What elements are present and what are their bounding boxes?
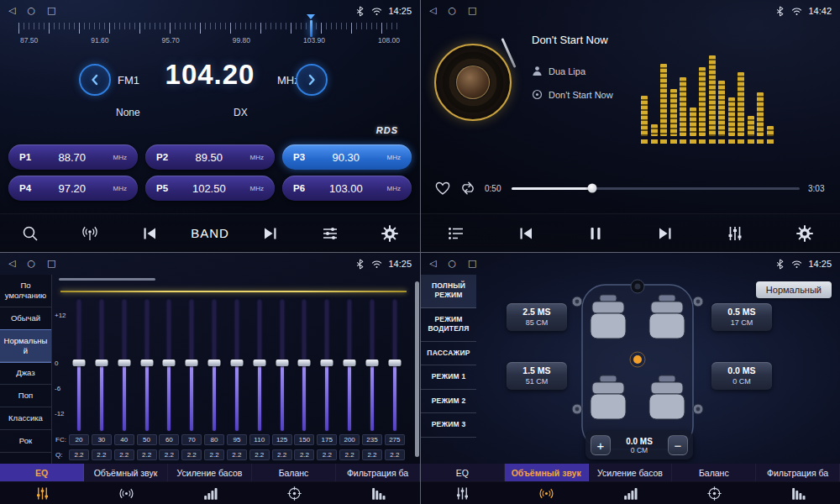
- eq-slider-knob[interactable]: [73, 360, 86, 366]
- balance-icon[interactable]: [252, 482, 336, 504]
- eq-preset-item[interactable]: Рок: [0, 430, 51, 453]
- eq-slider-knob[interactable]: [186, 360, 198, 366]
- eq-slider-knob[interactable]: [388, 360, 401, 366]
- listening-mode-item[interactable]: РЕЖИМ 3: [421, 413, 476, 437]
- playlist-button[interactable]: [438, 218, 475, 249]
- filter-icon[interactable]: [756, 482, 840, 504]
- radio-preset-p2[interactable]: P289.50MHz: [145, 144, 275, 170]
- eq-band-slider[interactable]: [385, 300, 405, 431]
- nav-recents-icon[interactable]: □: [468, 253, 476, 275]
- delay-rear-left[interactable]: 1.5 MS 51 CM: [507, 362, 567, 390]
- eq-preset-item[interactable]: По умолчанию: [0, 275, 51, 307]
- eq-icon[interactable]: [0, 482, 84, 504]
- pause-button[interactable]: [577, 218, 614, 249]
- eq-slider-knob[interactable]: [276, 360, 288, 366]
- listening-mode-item[interactable]: РЕЖИМ 1: [421, 365, 476, 389]
- eq-band-slider[interactable]: [137, 300, 157, 431]
- eq-icon[interactable]: [421, 482, 505, 504]
- nav-recents-icon[interactable]: □: [47, 253, 55, 275]
- eq-band-slider[interactable]: [339, 300, 360, 431]
- previous-station-button[interactable]: [131, 218, 168, 249]
- surround-icon[interactable]: [505, 482, 589, 504]
- radio-preset-p3[interactable]: P390.30MHz: [282, 144, 412, 170]
- nav-home-icon[interactable]: ○: [27, 253, 35, 275]
- eq-slider-knob[interactable]: [321, 360, 333, 366]
- eq-band-slider[interactable]: [249, 300, 270, 431]
- nav-home-icon[interactable]: ○: [448, 253, 456, 275]
- nav-home-icon[interactable]: ○: [448, 0, 456, 22]
- tab-eq[interactable]: EQ: [421, 464, 505, 481]
- band-button[interactable]: BAND: [191, 218, 229, 249]
- tune-down-button[interactable]: [79, 64, 111, 96]
- eq-preset-item[interactable]: Поп: [0, 385, 51, 407]
- tab-surround[interactable]: Объёмный звук: [505, 464, 589, 481]
- eq-slider-knob[interactable]: [118, 360, 130, 366]
- nav-back-icon[interactable]: ◁: [429, 0, 436, 22]
- settings-button[interactable]: [371, 218, 408, 249]
- eq-slider-knob[interactable]: [344, 360, 356, 366]
- eq-slider-knob[interactable]: [140, 360, 153, 366]
- eq-band-slider[interactable]: [204, 300, 224, 431]
- eq-band-slider[interactable]: [294, 300, 314, 431]
- radio-preset-p5[interactable]: P5102.50MHz: [145, 176, 275, 201]
- eq-band-slider[interactable]: [317, 300, 337, 431]
- eq-preset-item[interactable]: Обычай: [0, 307, 51, 330]
- nav-recents-icon[interactable]: □: [47, 0, 55, 22]
- eq-preset-item[interactable]: Джаз: [0, 362, 51, 385]
- settings-button[interactable]: [786, 218, 823, 249]
- eq-slider-knob[interactable]: [253, 360, 265, 366]
- listening-mode-item[interactable]: ПАССАЖИР: [421, 342, 476, 365]
- listening-mode-item[interactable]: РЕЖИМ 2: [421, 390, 476, 413]
- eq-band-slider[interactable]: [272, 300, 292, 431]
- audio-settings-button[interactable]: [312, 218, 349, 249]
- tab-filter[interactable]: Фильтрация ба: [756, 464, 840, 481]
- eq-band-slider[interactable]: [159, 300, 179, 431]
- eq-band-slider[interactable]: [92, 300, 112, 431]
- nav-home-icon[interactable]: ○: [27, 0, 35, 22]
- equalizer-button[interactable]: [717, 218, 753, 249]
- radio-preset-p1[interactable]: P188.70MHz: [8, 144, 138, 170]
- tune-up-button[interactable]: [296, 64, 328, 96]
- progress-knob[interactable]: [588, 184, 597, 193]
- eq-band-slider[interactable]: [181, 300, 202, 431]
- nav-back-icon[interactable]: ◁: [8, 253, 15, 275]
- eq-scrollbar[interactable]: [415, 281, 419, 457]
- bass-boost-icon[interactable]: [589, 482, 673, 504]
- surround-icon[interactable]: [84, 482, 168, 504]
- eq-slider-knob[interactable]: [298, 360, 311, 366]
- frequency-ruler[interactable]: 87.50 91.60 95.70 99.80 103.90 108.00: [18, 23, 402, 53]
- tab-eq[interactable]: EQ: [0, 464, 84, 481]
- eq-band-slider[interactable]: [227, 300, 247, 431]
- favorite-button[interactable]: [434, 180, 451, 197]
- eq-band-slider[interactable]: [114, 300, 134, 431]
- radio-preset-p4[interactable]: P497.20MHz: [8, 176, 138, 201]
- tab-balance[interactable]: Баланс: [252, 464, 336, 481]
- previous-track-button[interactable]: [507, 218, 544, 249]
- listening-mode-item[interactable]: ПОЛНЫЙ РЕЖИМ: [421, 275, 476, 308]
- balance-icon[interactable]: [672, 482, 756, 504]
- search-button[interactable]: [12, 218, 49, 249]
- eq-slider-knob[interactable]: [365, 360, 378, 366]
- tab-balance[interactable]: Баланс: [672, 464, 756, 481]
- delay-increase-button[interactable]: +: [591, 435, 611, 455]
- tab-bass-boost[interactable]: Усиление басов: [168, 464, 252, 481]
- tab-filter[interactable]: Фильтрация ба: [336, 464, 420, 481]
- listening-mode-item[interactable]: РЕЖИМ ВОДИТЕЛЯ: [421, 308, 476, 342]
- delay-front-left[interactable]: 2.5 MS 85 CM: [507, 303, 567, 331]
- eq-slider-knob[interactable]: [95, 360, 108, 366]
- eq-slider-knob[interactable]: [208, 360, 221, 366]
- tab-bass-boost[interactable]: Усиление басов: [589, 464, 673, 481]
- nav-recents-icon[interactable]: □: [468, 0, 476, 22]
- eq-slider-knob[interactable]: [163, 360, 176, 366]
- eq-band-slider[interactable]: [69, 300, 89, 431]
- eq-preset-item[interactable]: Нормальный: [0, 330, 51, 363]
- eq-band-slider[interactable]: [362, 300, 382, 431]
- delay-rear-right[interactable]: 0.0 MS 0 CM: [711, 362, 772, 390]
- next-station-button[interactable]: [252, 218, 289, 249]
- next-track-button[interactable]: [647, 218, 684, 249]
- filter-icon[interactable]: [336, 482, 420, 504]
- seek-bar[interactable]: [512, 187, 800, 190]
- repeat-button[interactable]: [459, 180, 476, 197]
- position-preset-chip[interactable]: Нормальный: [756, 281, 832, 298]
- nav-back-icon[interactable]: ◁: [429, 253, 436, 275]
